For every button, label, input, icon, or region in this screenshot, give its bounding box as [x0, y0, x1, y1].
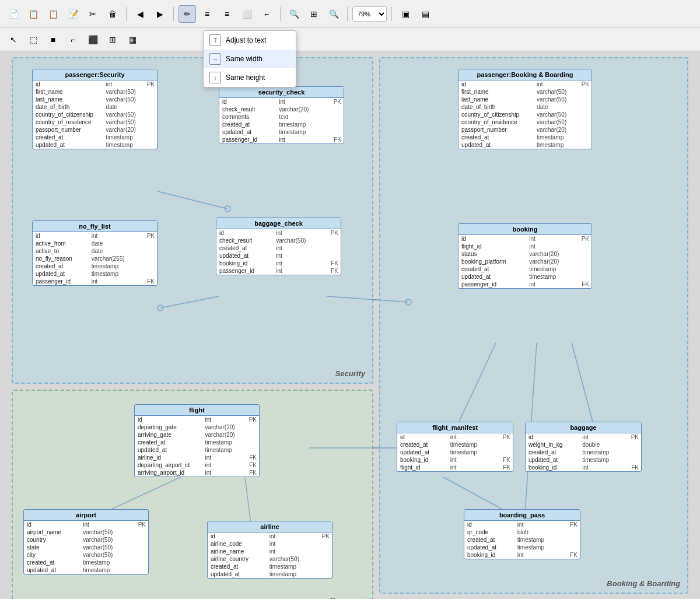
table-row: check_resultvarchar(20): [219, 106, 344, 113]
table-no-fly-list[interactable]: no_fly_list idintPK active_fromdate acti…: [32, 220, 158, 286]
table-row: updated_attimestamp: [219, 128, 344, 136]
tool-view2[interactable]: ▤: [416, 5, 434, 23]
same-width-label: Same width: [226, 55, 262, 63]
table-row: date_of_birthdate: [459, 103, 592, 111]
table-flight-manifest[interactable]: flight_manifest idintPK created_attimest…: [397, 422, 513, 472]
table-row: idintPK: [33, 232, 157, 240]
tool-list1[interactable]: ≡: [198, 5, 216, 23]
table-row: country_of_residencevarchar(50): [459, 118, 592, 126]
table-row: updated_attimestamp: [459, 273, 592, 281]
table-row: qr_codeblob: [464, 528, 580, 536]
table-row: arriving_airport_idintFK: [135, 469, 259, 477]
tool-rect[interactable]: ■: [44, 31, 62, 48]
table-row: created_atint: [216, 244, 341, 252]
table-row: no_fly_reasonvarchar(255): [33, 255, 157, 262]
tool-delete[interactable]: 🗑: [104, 5, 121, 23]
table-row: first_namevarchar(50): [459, 88, 592, 96]
adjust-text-label: Adjust to text: [226, 36, 266, 44]
table-passenger-booking[interactable]: passenger:Booking & Boarding idintPK fir…: [458, 69, 592, 149]
dropdown-same-height[interactable]: ↕ Same height: [204, 68, 296, 87]
tool-corner[interactable]: ⌐: [258, 5, 275, 23]
tool-zoom-out-sm[interactable]: 🔍: [285, 5, 303, 23]
table-row: weight_in_kgdouble: [526, 441, 641, 449]
table-baggage-check-header: baggage_check: [216, 218, 341, 229]
schema-security-label: Security: [335, 369, 365, 378]
table-flight-manifest-header: flight_manifest: [397, 422, 513, 433]
table-row: date_of_birthdate: [33, 103, 157, 111]
table-row: created_attimestamp: [24, 559, 148, 566]
canvas: Security Transport Booking & Boarding pa…: [0, 51, 700, 599]
table-row: updated_attimestamp: [397, 449, 513, 456]
table-row: flight_idint: [459, 243, 592, 250]
table-booking[interactable]: booking idintPK flight_idint statusvarch…: [458, 223, 592, 289]
table-row: idintPK: [459, 235, 592, 243]
table-baggage-check[interactable]: baggage_check idintPK check_resultvarcha…: [216, 218, 341, 275]
table-row: departing_gatevarchar(20): [135, 423, 259, 431]
table-row: idintPK: [464, 521, 580, 528]
tool-redo[interactable]: ▶: [151, 5, 169, 23]
same-height-label: Same height: [226, 73, 265, 82]
table-flight[interactable]: flight idintPK departing_gatevarchar(20)…: [134, 404, 260, 477]
tool-shape[interactable]: ⬜: [238, 5, 256, 23]
tool-scissors[interactable]: ✂: [84, 5, 102, 23]
table-row: first_namevarchar(50): [33, 88, 157, 96]
table-row: updated_atint: [216, 252, 341, 260]
tool-select[interactable]: ⬚: [24, 31, 42, 48]
table-row: updated_attimestamp: [464, 544, 580, 551]
table-row: idintPK: [219, 98, 344, 106]
table-passenger-security[interactable]: passenger:Security idintPK first_namevar…: [32, 69, 158, 149]
table-row: country_of_citizenshipvarchar(50): [459, 111, 592, 118]
table-row: active_todate: [33, 247, 157, 255]
tool-pencil[interactable]: ✏: [178, 5, 196, 23]
tool-cursor[interactable]: ↖: [5, 31, 22, 48]
table-row: created_attimestamp: [135, 439, 259, 446]
tool-zoom-in-sm[interactable]: 🔍: [325, 5, 342, 23]
tool-view1[interactable]: ▣: [397, 5, 414, 23]
toolbar-bottom: ↖ ⬚ ■ ⌐ ⬛ ⊞ ▦: [0, 28, 700, 51]
schema-booking-label: Booking & Boarding: [607, 579, 680, 588]
table-row: updated_attimestamp: [526, 456, 641, 464]
tool-copy4[interactable]: ⊞: [104, 31, 121, 48]
table-row: updated_attimestamp: [33, 270, 157, 278]
zoom-select[interactable]: 79% 100% 50%: [352, 6, 387, 22]
table-row: airport_namevarchar(50): [24, 528, 148, 536]
same-width-icon: ↔: [209, 53, 221, 65]
tool-copy3[interactable]: 📝: [64, 5, 82, 23]
table-airport-header: airport: [24, 510, 148, 521]
tool-copy1[interactable]: 📋: [24, 5, 42, 23]
tool-copy2[interactable]: 📋: [44, 5, 62, 23]
tool-list2[interactable]: ≡: [218, 5, 236, 23]
dropdown-same-width[interactable]: ↔ Same width: [204, 50, 296, 68]
table-airline[interactable]: airline idintPK airline_codeint airline_…: [207, 521, 332, 579]
table-row: passport_numbervarchar(20): [459, 126, 592, 134]
tool-pattern[interactable]: ▦: [124, 31, 141, 48]
table-passenger-booking-header: passenger:Booking & Boarding: [459, 69, 592, 80]
sep5: [391, 7, 392, 21]
toolbar-top: 📄 📋 📋 📝 ✂ 🗑 ◀ ▶ ✏ ≡ ≡ ⬜ ⌐ 🔍 ⊞ 🔍 79% 100%…: [0, 0, 700, 28]
table-baggage[interactable]: baggage idintPK weight_in_kgdouble creat…: [525, 422, 642, 472]
table-passenger-security-header: passenger:Security: [33, 69, 157, 80]
table-row: updated_attimestamp: [208, 570, 332, 578]
table-row: country_of_citizenshipvarchar(50): [33, 111, 157, 118]
table-row: idintPK: [208, 533, 332, 540]
table-row: check_resultvarchar(50): [216, 237, 341, 244]
table-booking-header: booking: [459, 224, 592, 235]
dropdown-adjust-text[interactable]: T Adjust to text: [204, 31, 296, 50]
table-flight-header: flight: [135, 405, 259, 416]
tool-undo[interactable]: ◀: [131, 5, 149, 23]
table-row: passport_numbervarchar(20): [33, 126, 157, 134]
table-row: airline_nameint: [208, 548, 332, 555]
table-row: departing_airport_idintFK: [135, 461, 259, 469]
sep1: [126, 7, 127, 21]
tool-doc[interactable]: 📄: [5, 5, 22, 23]
table-security-check[interactable]: security_check idintPK check_resultvarch…: [219, 86, 344, 144]
table-row: airline_countryvarchar(50): [208, 555, 332, 563]
tool-corner2[interactable]: ⌐: [64, 31, 82, 48]
table-row: countryvarchar(50): [24, 536, 148, 544]
table-row: statevarchar(50): [24, 544, 148, 551]
table-airport[interactable]: airport idintPK airport_namevarchar(50) …: [23, 509, 149, 575]
table-boarding-pass[interactable]: boarding_pass idintPK qr_codeblob create…: [464, 509, 580, 559]
table-row: passenger_idintFK: [219, 136, 344, 143]
tool-lines[interactable]: ⬛: [84, 31, 102, 48]
tool-grid[interactable]: ⊞: [305, 5, 323, 23]
